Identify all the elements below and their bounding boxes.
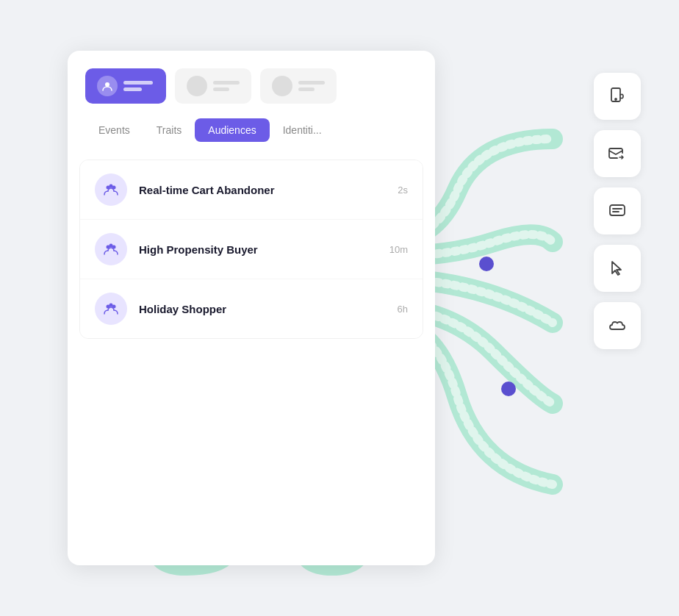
- active-profile-badge[interactable]: [85, 68, 166, 104]
- ghost-profile-badge-2[interactable]: [260, 68, 337, 104]
- audience-name-1: Real-time Cart Abandoner: [139, 184, 386, 196]
- audience-item-1[interactable]: Real-time Cart Abandoner 2s: [80, 160, 423, 220]
- audience-name-2: High Propensity Buyer: [139, 243, 378, 256]
- cursor-icon-box[interactable]: [594, 245, 641, 292]
- main-card: Events Traits Audiences Identiti...: [68, 51, 435, 565]
- audience-avatar-1: [95, 173, 127, 206]
- audience-avatar-3: [95, 293, 127, 325]
- audience-time-3: 6h: [398, 304, 408, 315]
- ghost-avatar-2: [272, 76, 292, 96]
- svg-point-9: [109, 185, 113, 188]
- audience-time-1: 2s: [398, 185, 408, 196]
- ghost-avatar-1: [187, 76, 207, 96]
- email-forward-icon-box[interactable]: [594, 130, 641, 177]
- audience-list: Real-time Cart Abandoner 2s High Propens…: [79, 160, 423, 339]
- tab-traits[interactable]: Traits: [143, 118, 195, 142]
- avatar-icon: [97, 76, 118, 96]
- email-forward-icon: [607, 143, 628, 164]
- tab-audiences[interactable]: Audiences: [195, 118, 269, 142]
- cloud-icon: [607, 315, 628, 336]
- audience-avatar-2: [95, 233, 127, 265]
- svg-point-0: [479, 257, 494, 271]
- audience-time-2: 10m: [389, 244, 408, 255]
- cursor-icon: [607, 258, 628, 279]
- svg-point-17: [615, 99, 617, 100]
- svg-point-1: [501, 382, 516, 396]
- tabs-container: Events Traits Audiences Identiti...: [68, 104, 435, 142]
- audience-item-3[interactable]: Holiday Shopper 6h: [80, 279, 423, 338]
- tab-identity[interactable]: Identiti...: [270, 118, 335, 142]
- tab-events[interactable]: Events: [85, 118, 143, 142]
- message-icon: [607, 201, 628, 221]
- mobile-touch-icon-box[interactable]: [594, 73, 641, 120]
- ghost-profile-badge-1[interactable]: [175, 68, 251, 104]
- audience-name-3: Holiday Shopper: [139, 303, 386, 315]
- message-icon-box[interactable]: [594, 187, 641, 234]
- mobile-touch-icon: [607, 86, 628, 107]
- profile-headers: [68, 51, 435, 104]
- audience-item-2[interactable]: High Propensity Buyer 10m: [80, 220, 423, 279]
- cloud-icon-box[interactable]: [594, 302, 641, 349]
- svg-point-6: [105, 82, 109, 87]
- icons-panel: [594, 73, 641, 349]
- svg-point-12: [109, 244, 113, 248]
- svg-point-15: [109, 304, 113, 307]
- svg-rect-20: [610, 205, 625, 215]
